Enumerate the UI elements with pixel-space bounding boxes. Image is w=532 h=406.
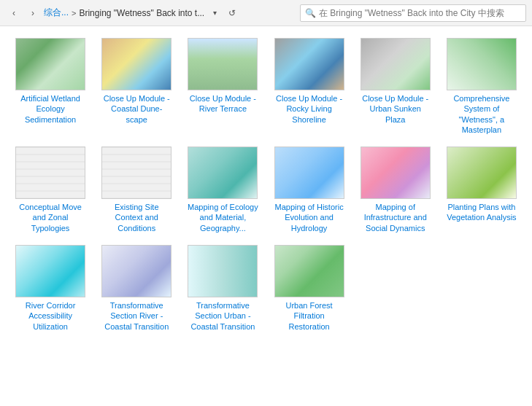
grid-item-label-artificial-wetland: Artificial Wetland Ecology Sedimentation	[15, 93, 86, 125]
grid-item-conceptual[interactable]: Conceptual Move and Zonal Typologies	[12, 144, 89, 236]
thumbnail-river-corridor	[15, 245, 85, 297]
grid-item-label-close-up-sunken: Close Up Module - Urban Sunken Plaza	[360, 93, 431, 125]
grid-item-mapping-hist[interactable]: Mapping of Historic Evolution and Hydrol…	[270, 144, 347, 236]
grid-item-river-corridor[interactable]: River Corridor Accessibility Utilization	[12, 242, 89, 335]
grid-item-label-conceptual: Conceptual Move and Zonal Typologies	[15, 202, 86, 233]
file-grid: Artificial Wetland Ecology Sedimentation…	[12, 35, 520, 335]
grid-item-close-up-rocky[interactable]: Close Up Module - Rocky Living Shoreline	[270, 35, 347, 138]
breadcrumb-dropdown-button[interactable]: ▾	[207, 6, 222, 20]
thumbnail-image-urban-forest	[275, 246, 344, 297]
grid-item-label-close-up-coastal: Close Up Module - Coastal Dune-scape	[101, 93, 172, 125]
thumbnail-image-close-up-sunken	[361, 39, 430, 90]
breadcrumb-current: Bringing "Wetness" Back into t...	[79, 8, 204, 18]
grid-item-label-mapping-eco: Mapping of Ecology and Material, Geograp…	[187, 202, 258, 233]
grid-item-artificial-wetland[interactable]: Artificial Wetland Ecology Sedimentation	[12, 35, 89, 138]
grid-item-close-up-river[interactable]: Close Up Module - River Terrace	[184, 35, 261, 138]
thumbnail-section-urban	[188, 245, 258, 297]
search-box: 🔍	[300, 4, 526, 22]
thumbnail-image-mapping-infra	[361, 147, 430, 198]
thumbnail-section-river	[101, 245, 171, 297]
forward-button[interactable]: ›	[25, 5, 41, 21]
grid-item-planting[interactable]: Planting Plans with Vegetation Analysis	[443, 144, 520, 236]
grid-item-label-close-up-rocky: Close Up Module - Rocky Living Shoreline	[273, 93, 344, 125]
search-icon: 🔍	[305, 8, 316, 18]
grid-item-label-existing-site: Existing Site Context and Conditions	[101, 202, 172, 233]
thumbnail-image-section-urban	[188, 246, 257, 297]
grid-item-section-urban[interactable]: Transformative Section Urban - Coastal T…	[184, 242, 261, 335]
back-button[interactable]: ‹	[6, 5, 22, 21]
breadcrumb-root[interactable]: 综合...	[44, 7, 69, 19]
grid-item-section-river[interactable]: Transformative Section River - Coastal T…	[98, 242, 175, 335]
thumbnail-close-up-sunken	[361, 38, 431, 90]
thumbnail-image-close-up-rocky	[275, 39, 344, 90]
thumbnail-artificial-wetland	[15, 38, 85, 90]
grid-item-label-close-up-river: Close Up Module - River Terrace	[187, 93, 258, 114]
grid-item-mapping-eco[interactable]: Mapping of Ecology and Material, Geograp…	[184, 144, 261, 236]
thumbnail-image-section-river	[102, 246, 171, 297]
thumbnail-image-artificial-wetland	[16, 39, 85, 90]
thumbnail-close-up-rocky	[274, 38, 344, 90]
search-input[interactable]	[319, 8, 521, 18]
thumbnail-image-existing-site	[102, 147, 171, 198]
thumbnail-image-planting	[447, 147, 516, 198]
thumbnail-image-comprehensive	[447, 39, 516, 90]
grid-item-label-urban-forest: Urban Forest Filtration Restoration	[273, 300, 344, 332]
grid-item-label-planting: Planting Plans with Vegetation Analysis	[446, 202, 517, 223]
file-grid-area: Artificial Wetland Ecology Sedimentation…	[0, 26, 532, 406]
grid-item-label-comprehensive: Comprehensive System of "Wetness", a Mas…	[446, 93, 517, 135]
thumbnail-mapping-hist	[274, 147, 344, 199]
breadcrumb-separator: >	[72, 9, 76, 17]
thumbnail-mapping-infra	[361, 147, 431, 199]
breadcrumb: 综合... > Bringing "Wetness" Back into t..…	[44, 7, 204, 19]
thumbnail-mapping-eco	[188, 147, 258, 199]
grid-item-comprehensive[interactable]: Comprehensive System of "Wetness", a Mas…	[443, 35, 520, 138]
grid-item-label-mapping-hist: Mapping of Historic Evolution and Hydrol…	[273, 202, 344, 233]
thumbnail-image-close-up-river	[188, 39, 257, 90]
thumbnail-existing-site	[101, 147, 171, 199]
grid-item-label-mapping-infra: Mapping of Infrastructure and Social Dyn…	[360, 202, 431, 233]
top-bar: ‹ › 综合... > Bringing "Wetness" Back into…	[0, 0, 532, 26]
grid-item-close-up-coastal[interactable]: Close Up Module - Coastal Dune-scape	[98, 35, 175, 138]
refresh-button[interactable]: ↺	[225, 6, 239, 20]
grid-item-close-up-sunken[interactable]: Close Up Module - Urban Sunken Plaza	[357, 35, 434, 138]
thumbnail-image-mapping-hist	[275, 147, 344, 198]
thumbnail-close-up-river	[188, 38, 258, 90]
grid-item-label-river-corridor: River Corridor Accessibility Utilization	[15, 300, 86, 332]
thumbnail-image-mapping-eco	[188, 147, 257, 198]
grid-item-existing-site[interactable]: Existing Site Context and Conditions	[98, 144, 175, 236]
thumbnail-urban-forest	[274, 245, 344, 297]
grid-item-label-section-river: Transformative Section River - Coastal T…	[101, 300, 172, 332]
thumbnail-conceptual	[15, 147, 85, 199]
thumbnail-image-river-corridor	[16, 246, 85, 297]
thumbnail-image-conceptual	[16, 147, 85, 198]
thumbnail-comprehensive	[447, 38, 517, 90]
thumbnail-image-close-up-coastal	[102, 39, 171, 90]
thumbnail-close-up-coastal	[101, 38, 171, 90]
thumbnail-planting	[447, 147, 517, 199]
grid-item-mapping-infra[interactable]: Mapping of Infrastructure and Social Dyn…	[357, 144, 434, 236]
grid-item-label-section-urban: Transformative Section Urban - Coastal T…	[187, 300, 258, 332]
grid-item-urban-forest[interactable]: Urban Forest Filtration Restoration	[270, 242, 347, 335]
